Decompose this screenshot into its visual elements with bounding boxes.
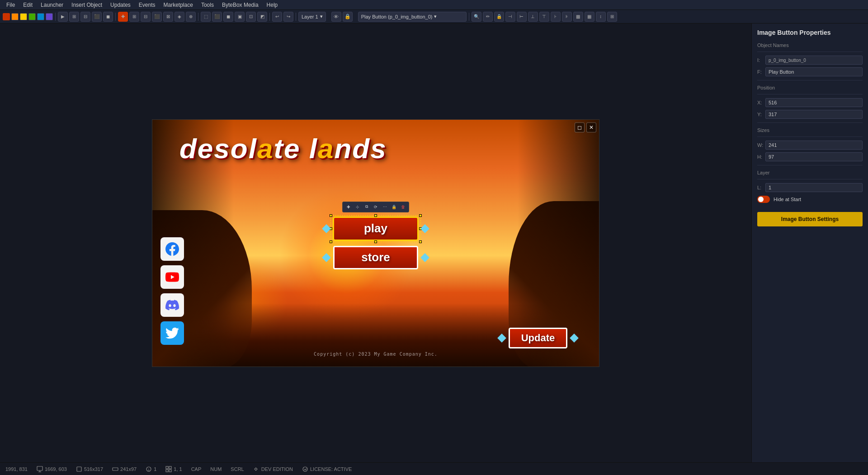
toolbar-grid2[interactable]: ▦ bbox=[585, 12, 594, 22]
toolbar-redo2[interactable]: ↪ bbox=[283, 12, 293, 22]
hide-at-start-toggle[interactable] bbox=[757, 196, 770, 203]
toolbar-btn-f[interactable]: ✚ bbox=[118, 12, 128, 22]
toolbar-btn-c[interactable]: ⊟ bbox=[80, 12, 90, 22]
toolbar-btn-g[interactable]: ⊞ bbox=[129, 12, 139, 22]
toolbar-undo2[interactable]: ↩ bbox=[272, 12, 282, 22]
toolbar-redo[interactable] bbox=[37, 13, 44, 20]
toolbar-btn-n[interactable]: ⬛ bbox=[212, 12, 222, 22]
status-scrl: SCRL bbox=[231, 466, 244, 472]
status-cap: CAP bbox=[191, 466, 202, 472]
toolbar-btn-q[interactable]: ⊡ bbox=[246, 12, 256, 22]
object-dropdown[interactable]: Play Button (p_0_img_button_0) ▾ bbox=[358, 12, 467, 22]
el-tool-link[interactable]: ⟳ bbox=[372, 203, 380, 211]
discord-icon[interactable] bbox=[160, 293, 184, 317]
pos-y-input[interactable] bbox=[765, 110, 863, 119]
youtube-icon[interactable] bbox=[160, 265, 184, 289]
size-icon bbox=[76, 466, 82, 472]
toolbar-flip[interactable]: ↕ bbox=[596, 12, 606, 22]
layer-dropdown-label: Layer 1 bbox=[302, 14, 318, 19]
height-input[interactable] bbox=[765, 152, 863, 161]
menu-help[interactable]: Help bbox=[263, 1, 282, 9]
play-button[interactable]: Play bbox=[333, 217, 418, 240]
menu-marketplace[interactable]: Marketplace bbox=[160, 1, 197, 9]
toolbar-undo[interactable] bbox=[28, 13, 36, 20]
layer-dropdown[interactable]: Layer 1 ▾ bbox=[298, 12, 326, 22]
toolbar-btn-m[interactable]: ⬚ bbox=[201, 12, 211, 22]
el-tool-delete[interactable]: 🗑 bbox=[399, 203, 407, 211]
el-tool-transform[interactable]: ⊹ bbox=[354, 203, 362, 211]
friendly-label: F: bbox=[757, 69, 765, 75]
toolbar-btn-i[interactable]: ⬛ bbox=[152, 12, 162, 22]
align-top[interactable]: ⊤ bbox=[539, 12, 549, 22]
align-middle[interactable]: ⊦ bbox=[551, 12, 561, 22]
divider6 bbox=[757, 165, 863, 165]
toolbar-btn-o[interactable]: ◼ bbox=[223, 12, 233, 22]
toolbar-btn-s2[interactable]: ✏ bbox=[483, 12, 493, 22]
game-title: desolate lands bbox=[179, 132, 387, 165]
toolbar-btn-b[interactable]: ⊞ bbox=[69, 12, 79, 22]
toolbar-save[interactable] bbox=[20, 13, 27, 20]
internal-value: p_0_img_button_0 bbox=[765, 56, 863, 65]
grid-value: 1, 1 bbox=[174, 466, 182, 472]
toolbar-btn-s1[interactable]: 🔍 bbox=[472, 12, 481, 22]
friendly-name-input[interactable] bbox=[765, 67, 863, 76]
menu-tools[interactable]: Tools bbox=[198, 1, 217, 9]
canvas-pin-btn[interactable]: ◻ bbox=[575, 122, 585, 132]
toolbar-btn-r[interactable]: ◩ bbox=[257, 12, 267, 22]
status-count: 1 1 bbox=[146, 466, 156, 472]
toolbar-run[interactable] bbox=[46, 13, 53, 20]
element-toolbar: ✚ ⊹ ⧉ ⟳ ⋯ 🔒 🗑 bbox=[342, 202, 409, 212]
menu-updates[interactable]: Updates bbox=[107, 1, 134, 9]
divider3 bbox=[757, 94, 863, 94]
width-input[interactable] bbox=[765, 141, 863, 150]
update-button[interactable]: Update bbox=[509, 328, 567, 348]
toolbar-btn-e[interactable]: ◼ bbox=[103, 12, 113, 22]
toolbar-btn-l[interactable]: ⊕ bbox=[186, 12, 196, 22]
toolbar-open[interactable] bbox=[11, 13, 19, 20]
store-button[interactable]: Store bbox=[333, 246, 418, 269]
lava-glow-left bbox=[198, 255, 288, 346]
social-icons bbox=[160, 237, 184, 345]
object-size-value: 241x97 bbox=[120, 466, 137, 472]
pos-x-input[interactable] bbox=[765, 98, 863, 107]
menu-bytebox-media[interactable]: ByteBox Media bbox=[218, 1, 262, 9]
status-grid: 1, 1 bbox=[165, 466, 182, 472]
menu-launcher[interactable]: Launcher bbox=[37, 1, 67, 9]
toolbar-btn-p[interactable]: ▣ bbox=[235, 12, 245, 22]
facebook-icon[interactable] bbox=[160, 237, 184, 261]
object-names-label: Object Names bbox=[757, 42, 863, 48]
size-value: 516x317 bbox=[84, 466, 103, 472]
toolbar-new[interactable] bbox=[3, 13, 10, 20]
twitter-icon[interactable] bbox=[160, 321, 184, 345]
toolbar-btn-j[interactable]: ⊠ bbox=[163, 12, 173, 22]
toolbar-grid3[interactable]: ⊞ bbox=[607, 12, 617, 22]
align-left[interactable]: ⊣ bbox=[505, 12, 515, 22]
menu-edit[interactable]: Edit bbox=[19, 1, 36, 9]
toolbar-btn-k[interactable]: ◈ bbox=[175, 12, 184, 22]
layer-l-row: L: bbox=[757, 183, 863, 192]
align-bottom[interactable]: ⊧ bbox=[562, 12, 572, 22]
toolbar-btn-h[interactable]: ⊟ bbox=[141, 12, 151, 22]
el-tool-more1[interactable]: ⋯ bbox=[381, 203, 389, 211]
align-right[interactable]: ⊥ bbox=[528, 12, 538, 22]
toolbar-grid1[interactable]: ▩ bbox=[573, 12, 583, 22]
divider7 bbox=[757, 179, 863, 179]
align-center[interactable]: ⊢ bbox=[517, 12, 527, 22]
internal-name-row: I: p_0_img_button_0 bbox=[757, 56, 863, 65]
menu-events[interactable]: Events bbox=[135, 1, 159, 9]
toolbar-btn-a[interactable]: ▶ bbox=[58, 12, 68, 22]
lock-icon[interactable]: 🔒 bbox=[343, 12, 353, 22]
toolbar-btn-s3[interactable]: 🔒 bbox=[494, 12, 504, 22]
handle-bc[interactable] bbox=[374, 240, 377, 243]
image-button-settings-btn[interactable]: Image Button Settings bbox=[757, 212, 863, 226]
el-tool-lock[interactable]: 🔒 bbox=[390, 203, 398, 211]
eye-icon[interactable]: 👁 bbox=[331, 12, 341, 22]
layer-dropdown-arrow: ▾ bbox=[320, 14, 323, 19]
canvas-close-btn[interactable]: ✕ bbox=[586, 122, 596, 132]
menu-insert-object[interactable]: Insert Object bbox=[68, 1, 106, 9]
el-tool-copy[interactable]: ⧉ bbox=[363, 203, 371, 211]
layer-l-input[interactable] bbox=[765, 183, 863, 192]
el-tool-add[interactable]: ✚ bbox=[344, 203, 353, 211]
toolbar-btn-d[interactable]: ⬛ bbox=[92, 12, 102, 22]
menu-file[interactable]: File bbox=[3, 1, 19, 9]
